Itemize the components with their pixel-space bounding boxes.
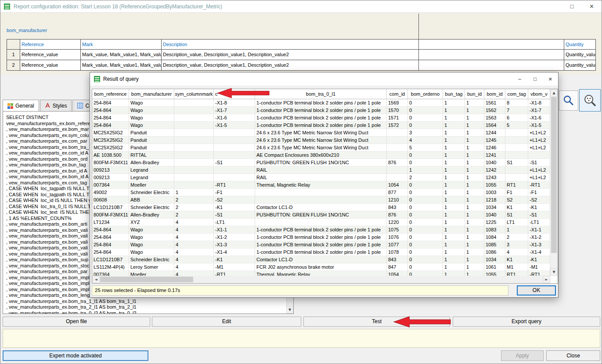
result-row[interactable]: LC1D1210B7Schneider Electric4-K1Contacto… bbox=[92, 256, 550, 263]
result-row[interactable]: 00608ABB2-S212100111218S2-S2 bbox=[92, 196, 550, 204]
scroll-down-icon[interactable]: ▼ bbox=[550, 268, 558, 276]
result-column-header[interactable]: vbom_v bbox=[528, 89, 550, 99]
maximize-icon[interactable]: □ bbox=[562, 0, 582, 13]
open-file-button[interactable]: Open file bbox=[3, 317, 150, 327]
scroll-up-icon[interactable]: ▲ bbox=[550, 89, 558, 97]
result-cell: 1 bbox=[443, 159, 465, 166]
result-cell: +L1+L2 bbox=[528, 174, 550, 181]
scrollbar-thumb[interactable] bbox=[100, 277, 193, 282]
close-icon[interactable]: × bbox=[582, 0, 602, 13]
result-cell: -K1 bbox=[214, 256, 255, 263]
result-row[interactable]: 800FM-F3MX11Allen-Bradley-S1PUSHBUTTON: … bbox=[92, 159, 550, 166]
dialog-close-icon[interactable]: × bbox=[543, 72, 558, 86]
search-tool-button[interactable] bbox=[579, 89, 601, 112]
export-query-button[interactable]: Export query bbox=[453, 317, 600, 327]
ok-button[interactable]: OK bbox=[517, 285, 556, 296]
result-column-header[interactable]: bom_reference bbox=[92, 89, 129, 99]
scroll-down-icon[interactable]: ▼ bbox=[286, 306, 293, 314]
result-cell bbox=[214, 151, 255, 159]
result-cell: 1 bbox=[443, 211, 465, 218]
result-row[interactable]: LC1D1210B7Schneider Electric2-K1Contacto… bbox=[92, 204, 550, 211]
result-row[interactable]: 007364Moeller-RT1Thermal, Magnetic Relay… bbox=[92, 181, 550, 189]
result-column-header[interactable]: bom_tra_0_l1 bbox=[255, 89, 387, 99]
grid-vertical-scrollbar[interactable]: ▲ ▼ bbox=[550, 89, 558, 276]
tab-styles[interactable]: Styles bbox=[40, 100, 72, 111]
result-column-header[interactable]: bom_id bbox=[484, 89, 505, 99]
result-cell: -K1 bbox=[528, 204, 550, 211]
result-cell bbox=[174, 99, 214, 106]
scrollbar-thumb[interactable] bbox=[551, 97, 557, 253]
preview-cell: Description_value, Description_value1, D… bbox=[162, 50, 419, 60]
close-button[interactable]: Close bbox=[546, 350, 600, 361]
result-column-header[interactable]: bom_manufacturer bbox=[129, 89, 174, 99]
result-row[interactable]: 254-864Wago4-X1-31-conductor PCB termina… bbox=[92, 241, 550, 249]
result-cell bbox=[214, 129, 255, 136]
result-cell: 1 bbox=[443, 196, 465, 203]
result-cell: 1246 bbox=[484, 144, 505, 151]
result-cell: 1-conductor PCB terminal block 2 solder … bbox=[255, 107, 387, 114]
result-row[interactable]: 800FM-F3MX11Allen-Bradley2-S1PUSHBUTTON:… bbox=[92, 211, 550, 219]
result-row[interactable]: 49002Schneider Electric1-F18770111003F1-… bbox=[92, 189, 550, 196]
apply-button[interactable]: Apply bbox=[501, 350, 544, 361]
scroll-right-icon[interactable]: ► bbox=[543, 276, 550, 283]
preview-cell: Mark_value, Mark_value1, Mark_value2 bbox=[81, 50, 162, 60]
result-cell: 1 bbox=[443, 144, 465, 151]
edit-button[interactable]: Edit bbox=[152, 317, 301, 327]
result-row[interactable]: AE 1038.500RITTALAE Compact Enclosures 3… bbox=[92, 151, 550, 159]
result-cell: 2 bbox=[174, 204, 214, 211]
result-cell: 1-conductor PCB terminal block 2 solder … bbox=[255, 122, 387, 129]
result-row[interactable]: MC25X25IG2Panduit24.6 x 23.6 Type MC Met… bbox=[92, 129, 550, 137]
result-cell: 0 bbox=[408, 151, 443, 159]
result-cell: 1220 bbox=[387, 219, 408, 226]
result-row[interactable]: 254-864Wago-X1-81-conductor PCB terminal… bbox=[92, 99, 550, 107]
sql-line: , vew_manufacturerparts_ex.bom_tra_1_l1 … bbox=[6, 299, 285, 305]
group-field-label: bom_manufacturer bbox=[7, 28, 47, 33]
result-grid-header: bom_referencebom_manufacturersym_columnm… bbox=[92, 89, 558, 99]
result-row[interactable]: MC25X25IG2Panduit24.6 x 23.6 Type MC Met… bbox=[92, 137, 550, 144]
scroll-left-icon[interactable]: ◄ bbox=[92, 276, 100, 283]
result-row[interactable]: 009213LegrandRAIL2111243+L1+L2 bbox=[92, 174, 550, 181]
result-cell: 1003 bbox=[484, 189, 505, 196]
result-cell: S2 bbox=[505, 196, 528, 203]
result-row[interactable]: 254-864Wago4-X1-41-conductor PCB termina… bbox=[92, 249, 550, 256]
result-row[interactable]: LS112M-4P(4)Leroy Somer4-M1FCR J02 async… bbox=[92, 263, 550, 271]
result-cell: 1 bbox=[443, 234, 465, 241]
result-cell: XYZ bbox=[129, 219, 174, 226]
result-cell: Wago bbox=[129, 114, 174, 121]
dialog-minimize-icon[interactable]: – bbox=[512, 72, 527, 86]
result-cell: 4 bbox=[174, 219, 214, 226]
result-row[interactable]: 254-864Wago-X1-61-conductor PCB terminal… bbox=[92, 114, 550, 122]
result-cell: Allen-Bradley bbox=[129, 159, 174, 166]
result-column-header[interactable]: com_id bbox=[387, 89, 408, 99]
result-column-header[interactable]: sym_columnmark bbox=[174, 89, 214, 99]
result-cell: 1 bbox=[443, 241, 465, 248]
result-row[interactable]: LT1234XYZ4-LT112200111225LT1-LT1 bbox=[92, 219, 550, 226]
result-cell: 0 bbox=[408, 114, 443, 121]
result-cell: 1076 bbox=[387, 234, 408, 241]
result-row[interactable]: 254-864Wago-X1-51-conductor PCB terminal… bbox=[92, 122, 550, 129]
result-row[interactable]: 254-864Wago-X1-71-conductor PCB terminal… bbox=[92, 107, 550, 114]
grid-horizontal-scrollbar[interactable]: ◄ ► bbox=[92, 276, 550, 283]
result-column-header[interactable]: bom_orderno bbox=[408, 89, 443, 99]
result-cell: 1 bbox=[443, 174, 465, 181]
result-column-header[interactable]: bun_id bbox=[465, 89, 484, 99]
result-row[interactable]: 254-864Wago4-X1-21-conductor PCB termina… bbox=[92, 234, 550, 241]
tab-general[interactable]: General bbox=[3, 100, 39, 112]
result-cell: 1 bbox=[465, 234, 484, 241]
result-cell: 0 bbox=[408, 271, 443, 276]
expert-mode-button[interactable]: Expert mode activated bbox=[3, 350, 148, 361]
result-cell: -S2 bbox=[528, 196, 550, 203]
result-row[interactable]: 007364Moeller4-RT1Thermal, Magnetic Rela… bbox=[92, 271, 550, 276]
result-row[interactable]: MC25X25IG2Panduit24.6 x 23.6 Type MC Met… bbox=[92, 144, 550, 151]
result-column-header[interactable]: com_tag bbox=[505, 89, 528, 99]
result-cell: 009213 bbox=[92, 174, 129, 181]
result-cell: 1243 bbox=[484, 174, 505, 181]
result-cell: 254-864 bbox=[92, 114, 129, 121]
result-cell: 0 bbox=[408, 122, 443, 129]
result-row[interactable]: 009213LegrandRAIL1111242+L1+L2 bbox=[92, 166, 550, 174]
zoom-button[interactable] bbox=[559, 90, 578, 111]
dialog-maximize-icon[interactable]: □ bbox=[527, 72, 543, 86]
result-cell: 4 bbox=[174, 249, 214, 256]
result-column-header[interactable]: bun_tag bbox=[443, 89, 465, 99]
result-row[interactable]: 254-864Wago4-X1-11-conductor PCB termina… bbox=[92, 226, 550, 234]
